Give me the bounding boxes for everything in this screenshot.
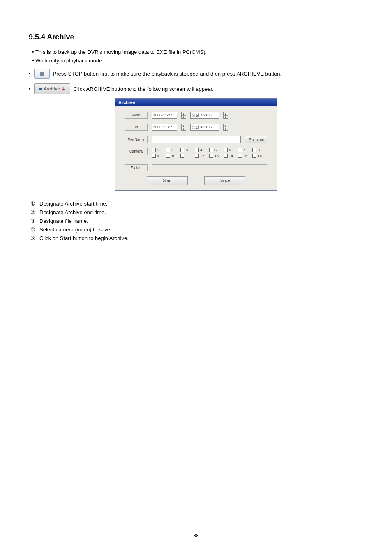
to-time-input[interactable]: 오전 4:21:17 [190,124,219,131]
camera-checkbox-10[interactable]: 10 [166,154,180,158]
archive-button-icon: Archive [34,83,70,94]
bullet: • [29,71,31,77]
to-time-spinner[interactable]: ▲▼ [223,124,228,131]
bullet: • [29,86,31,92]
archive-button-label: Archive [43,86,60,91]
step-text: Designate Archive end time. [39,209,106,215]
to-date-spinner[interactable]: ▲▼ [181,124,186,131]
filename-label: File Name [125,136,148,143]
stop-button-icon [34,69,50,79]
from-date-input[interactable]: 2006-11-27 [152,112,177,119]
step-item: ②Designate Archive end time. [30,209,363,215]
filename-button[interactable]: Filename [245,136,267,143]
camera-checkbox-11[interactable]: 11 [180,154,195,158]
camera-row: Camera ✔12345678910111213141516 [125,148,267,160]
step-number: ⑤ [30,235,36,241]
start-button[interactable]: Start [147,176,188,185]
step-number: ③ [30,218,36,224]
checkbox-icon [209,148,213,152]
stop-instruction-text: Press STOP button first to make sure the… [53,71,282,77]
camera-checkbox-5[interactable]: 5 [209,148,224,152]
camera-checkbox-9[interactable]: 9 [152,154,166,158]
dialog-titlebar: Archive [115,99,277,106]
page-number: 88 [0,533,392,539]
to-row: To 2006-11-27 ▲▼ 오전 4:21:17 ▲▼ [125,124,267,131]
step-text: Designate file name. [39,218,88,224]
step-item: ⑤Click on Start button to begin Archive. [30,235,363,241]
camera-number: 14 [229,154,233,158]
from-time-input[interactable]: 오전 4:21:17 [190,112,219,119]
camera-number: 12 [200,154,204,158]
intro-bullets: • This is to back up the DVR's moving im… [32,49,363,64]
from-label: From [125,112,148,119]
camera-checkbox-1[interactable]: ✔1 [152,148,166,152]
camera-number: 6 [229,148,231,152]
camera-number: 3 [186,148,188,152]
section-heading: 9.5.4 Archive [29,33,363,42]
checkbox-icon [224,154,228,158]
camera-label: Camera [125,148,148,155]
step-item: ④Select camera (video) to save. [30,227,363,233]
archive-dialog: Archive From 2006-11-27 ▲▼ 오전 4:21:17 ▲▼… [115,98,277,191]
status-label: Status [125,164,148,171]
step-item: ①Designate Archive start time. [30,201,363,207]
camera-number: 11 [186,154,190,158]
checkbox-icon [180,154,184,158]
from-date-spinner[interactable]: ▲▼ [181,112,186,119]
stop-instruction-line: • Press STOP button first to make sure t… [29,69,363,79]
checkbox-icon: ✔ [152,148,156,152]
dialog-buttons: Start Cancel [125,176,267,185]
camera-number: 8 [258,148,260,152]
archive-instruction-text: Click ARCHIVE button and the following s… [74,86,214,92]
camera-checkbox-7[interactable]: 7 [238,148,252,152]
checkbox-icon [195,148,199,152]
step-number: ② [30,209,36,215]
camera-checkbox-16[interactable]: 16 [252,154,267,158]
cancel-button[interactable]: Cancel [204,176,245,185]
checkbox-icon [224,148,228,152]
checkbox-icon [252,154,256,158]
step-text: Click on Start button to begin Archive. [39,235,129,241]
step-item: ③Designate file name. [30,218,363,224]
camera-number: 5 [214,148,217,152]
archive-instruction-line: • Archive Click ARCHIVE button and the f… [29,83,363,94]
steps-list: ①Designate Archive start time.②Designate… [30,201,363,241]
archive-arrow-icon [62,87,65,91]
step-number: ① [30,201,36,207]
camera-checkbox-12[interactable]: 12 [195,154,209,158]
camera-number: 16 [258,154,262,158]
camera-checkbox-15[interactable]: 15 [238,154,252,158]
stop-square-icon [40,72,44,76]
camera-number: 7 [243,148,245,152]
checkbox-icon [180,148,184,152]
camera-checkbox-2[interactable]: 2 [166,148,180,152]
camera-number: 13 [214,154,219,158]
camera-number: 1 [157,148,159,152]
camera-number: 15 [243,154,247,158]
checkbox-icon [166,148,170,152]
camera-grid: ✔12345678910111213141516 [152,148,267,160]
camera-checkbox-4[interactable]: 4 [195,148,209,152]
camera-number: 9 [157,154,159,158]
from-row: From 2006-11-27 ▲▼ 오전 4:21:17 ▲▼ [125,112,267,119]
camera-checkbox-3[interactable]: 3 [180,148,195,152]
checkbox-icon [209,154,213,158]
filename-input[interactable] [152,136,241,143]
from-time-spinner[interactable]: ▲▼ [223,112,228,119]
intro-line-2: • Work only in playback mode. [32,58,363,64]
checkbox-icon [152,154,156,158]
checkbox-icon [238,154,242,158]
checkbox-icon [166,154,170,158]
camera-checkbox-8[interactable]: 8 [252,148,267,152]
camera-checkbox-14[interactable]: 14 [224,154,238,158]
camera-checkbox-13[interactable]: 13 [209,154,224,158]
step-text: Select camera (video) to save. [39,227,112,233]
filename-row: File Name Filename [125,136,267,143]
archive-dot-icon [39,88,42,90]
checkbox-icon [252,148,256,152]
to-label: To [125,124,148,131]
step-text: Designate Archive start time. [39,201,107,207]
camera-checkbox-6[interactable]: 6 [224,148,238,152]
checkbox-icon [238,148,242,152]
to-date-input[interactable]: 2006-11-27 [152,124,177,131]
